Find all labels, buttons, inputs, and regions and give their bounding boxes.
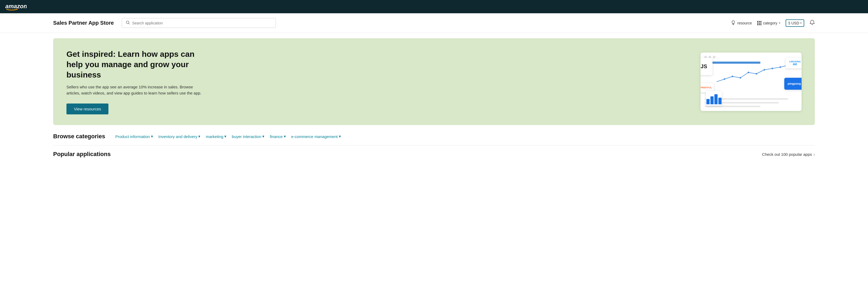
chevron-right-icon: ›	[813, 152, 815, 156]
categories-nav: Product information ▾ Inventory and deli…	[113, 133, 343, 140]
chevron-down-icon: ▾	[198, 134, 200, 139]
svg-point-12	[779, 66, 781, 68]
svg-line-2	[129, 23, 130, 25]
search-input[interactable]	[132, 21, 272, 25]
category-item-inventory-delivery[interactable]: Inventory and delivery ▾	[156, 133, 203, 140]
top-navigation: amazon	[0, 0, 868, 13]
lightbulb-icon	[731, 20, 736, 26]
category-item-buyer-interaction[interactable]: buyer interaction ▾	[229, 133, 267, 140]
page-title: Sales Partner App Store	[53, 20, 114, 26]
chevron-down-icon: ▾	[151, 134, 153, 139]
chevron-down-icon: ▾	[779, 22, 780, 25]
popular-title: Popular applications	[53, 151, 111, 158]
junglescout-logo: JS	[701, 58, 713, 75]
chevron-down-icon: ▾	[262, 134, 265, 139]
dollar-icon: $	[788, 21, 790, 25]
notification-bell-icon[interactable]	[809, 20, 815, 26]
search-icon	[126, 21, 130, 26]
category-item-marketing[interactable]: marketing ▾	[204, 133, 228, 140]
line-chart	[716, 63, 785, 87]
header-actions: resource category ▾ $ USD ▾	[731, 20, 815, 27]
currency-selector[interactable]: $ USD ▾	[785, 20, 804, 27]
svg-point-10	[764, 69, 765, 71]
category-label: category	[763, 21, 777, 25]
svg-point-11	[772, 68, 773, 69]
placeholder-line	[705, 106, 761, 107]
svg-text:amazon: amazon	[5, 3, 27, 9]
banner-description: Sellers who use the app see an average 1…	[66, 84, 205, 96]
categories-section: Browse categories Product information ▾ …	[0, 125, 868, 145]
svg-point-8	[748, 72, 749, 73]
currency-label: USD	[791, 21, 799, 25]
category-item-product-information[interactable]: Product information ▾	[113, 133, 155, 140]
category-item-ecommerce-management[interactable]: e-commerce management ▾	[289, 133, 343, 140]
checkout-label: Check out 100 popular apps	[762, 152, 812, 156]
currency-chevron-icon: ▾	[800, 22, 802, 25]
svg-point-6	[732, 76, 733, 77]
lingxing-logo: LINGXING 领星	[785, 58, 802, 69]
banner-title: Get inspired: Learn how apps can help yo…	[66, 49, 213, 80]
categories-title: Browse categories	[53, 133, 105, 140]
svg-point-7	[740, 77, 741, 79]
resource-label: resource	[737, 21, 752, 25]
chevron-down-icon: ▾	[284, 134, 286, 139]
category-label-finance: finance	[270, 134, 282, 139]
chevron-down-icon: ▾	[339, 134, 341, 139]
svg-point-5	[724, 78, 725, 80]
pingpong-label: pingpong	[787, 82, 801, 85]
pingpong-logo: pingpong	[784, 78, 802, 90]
banner-visual: JS 🖨 PRINTFUL LINGXING 领星 pingpong	[701, 52, 802, 111]
checkout-link[interactable]: Check out 100 popular apps ›	[762, 152, 815, 156]
category-label-ecommerce-management: e-commerce management	[291, 134, 338, 139]
svg-point-9	[755, 73, 757, 75]
popular-section: Popular applications Check out 100 popul…	[0, 145, 868, 163]
category-dropdown[interactable]: category ▾	[757, 21, 780, 25]
search-bar[interactable]	[122, 18, 276, 28]
grid-icon	[757, 21, 762, 25]
main-header: Sales Partner App Store resource	[0, 13, 868, 33]
resource-link[interactable]: resource	[731, 20, 752, 26]
category-label-marketing: marketing	[206, 134, 223, 139]
amazon-logo[interactable]: amazon	[5, 3, 27, 10]
view-resources-button[interactable]: View resources	[66, 104, 108, 114]
category-item-finance[interactable]: finance ▾	[268, 133, 288, 140]
category-label-buyer-interaction: buyer interaction	[232, 134, 261, 139]
banner-content: Get inspired: Learn how apps can help yo…	[66, 49, 690, 114]
bar-chart-logo	[706, 91, 722, 106]
category-label-inventory-delivery: Inventory and delivery	[158, 134, 197, 139]
category-label-product-information: Product information	[115, 134, 150, 139]
hero-banner: Get inspired: Learn how apps can help yo…	[53, 38, 815, 125]
chevron-down-icon: ▾	[224, 134, 226, 139]
